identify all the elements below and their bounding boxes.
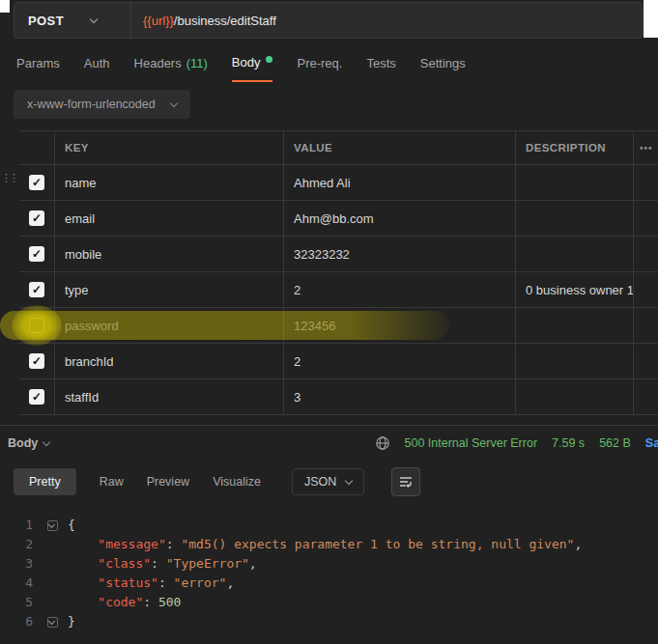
cell-more (633, 237, 658, 271)
view-tab-pretty[interactable]: Pretty (14, 468, 76, 495)
cell-key[interactable]: password (54, 308, 283, 343)
cell-more (633, 344, 658, 378)
code-text: { (62, 516, 75, 535)
tab-tests[interactable]: Tests (366, 55, 395, 82)
table-row: ✓emailAhm@bb.com (19, 201, 658, 237)
chevron-down-icon (345, 477, 353, 485)
cell-more (633, 308, 658, 343)
code-line: 3 "class": "TypeError", (0, 554, 658, 574)
table-row: ✓type20 business owner 1 ad (19, 272, 658, 308)
code-line: 2 "message": "md5() expects parameter 1 … (0, 535, 658, 554)
tab-body[interactable]: Body (232, 55, 273, 82)
tab-pre-req[interactable]: Pre-req. (297, 55, 342, 82)
format-label: JSON (304, 475, 336, 489)
url-variable: {{url}} (143, 14, 174, 28)
view-tab-raw[interactable]: Raw (100, 475, 124, 489)
format-selector[interactable]: JSON (292, 468, 364, 495)
response-time: 7.59 s (552, 436, 585, 450)
wrap-lines-button[interactable] (391, 467, 420, 496)
checkbox-cell: ✓ (19, 165, 54, 200)
row-checkbox-checked[interactable]: ✓ (29, 246, 44, 262)
table-row: ⋮⋮✓nameAhmed Ali (19, 165, 658, 201)
row-checkbox-checked[interactable]: ✓ (29, 175, 44, 190)
fold-gutter (46, 574, 62, 593)
cell-value[interactable]: 32323232 (283, 237, 515, 271)
network-globe-icon (375, 435, 390, 451)
chevron-down-icon (43, 437, 50, 445)
cell-more (633, 201, 658, 236)
table-row: ✓staffId3 (19, 379, 658, 415)
response-header: Body 500 Internal Server Error 7.59 s 56… (0, 425, 658, 460)
cell-value[interactable]: 3 (283, 379, 515, 414)
chevron-down-icon (169, 99, 177, 107)
row-checkbox-checked[interactable]: ✓ (29, 353, 44, 369)
column-options-icon[interactable]: ••• (633, 131, 658, 164)
status-badge: 500 Internal Server Error (405, 436, 538, 450)
cell-key[interactable]: type (54, 272, 283, 307)
tab-settings[interactable]: Settings (420, 55, 466, 82)
spacer (0, 415, 658, 425)
cell-value[interactable]: Ahm@bb.com (283, 201, 515, 236)
fold-toggle-icon[interactable] (46, 516, 62, 535)
tab-label: Tests (366, 56, 395, 70)
fold-toggle-icon[interactable] (46, 612, 62, 631)
cell-key[interactable]: email (54, 201, 283, 236)
cell-value[interactable]: Ahmed Ali (283, 165, 515, 200)
cell-key[interactable]: staffId (54, 379, 283, 414)
view-tab-visualize[interactable]: Visualize (213, 475, 261, 489)
url-input[interactable]: {{url}}/business/editStaff (131, 3, 642, 38)
tab-label: Body (232, 55, 261, 70)
tab-label: Settings (420, 56, 466, 70)
row-checkbox-unchecked[interactable] (29, 318, 44, 333)
tab-params[interactable]: Params (16, 55, 60, 82)
response-body-code: 1{2 "message": "md5() expects parameter … (0, 504, 658, 631)
header-checkbox-cell (19, 131, 54, 164)
view-tab-preview[interactable]: Preview (147, 475, 189, 489)
cell-key[interactable]: branchId (54, 344, 283, 378)
cell-description[interactable] (515, 344, 633, 378)
cell-description[interactable] (515, 308, 633, 343)
method-selector[interactable]: POST (14, 3, 130, 38)
cell-description[interactable] (515, 201, 633, 236)
tab-headers[interactable]: Headers(11) (134, 55, 208, 82)
row-checkbox-checked[interactable]: ✓ (29, 210, 44, 226)
cell-description[interactable] (515, 379, 633, 414)
cell-key[interactable]: mobile (54, 237, 283, 271)
tab-label: Params (16, 56, 60, 70)
wrap-lines-icon (398, 474, 414, 490)
drag-handle-icon[interactable]: ⋮⋮ (1, 174, 16, 182)
save-response-button[interactable]: Save (645, 436, 658, 450)
tab-auth[interactable]: Auth (84, 55, 110, 82)
response-body-dropdown[interactable]: Body (8, 436, 49, 450)
body-type-selector[interactable]: x-www-form-urlencoded (14, 90, 190, 119)
response-view-tabs: Pretty Raw Preview Visualize JSON (0, 460, 658, 504)
cell-description[interactable] (515, 165, 633, 200)
table-header-row: KEY VALUE DESCRIPTION ••• (19, 131, 658, 165)
method-label: POST (28, 14, 64, 28)
checkbox-cell (19, 308, 54, 343)
checkbox-cell: ✓ (19, 272, 54, 307)
cell-more (633, 165, 658, 200)
line-number: 3 (0, 554, 46, 574)
row-checkbox-checked[interactable]: ✓ (29, 389, 44, 405)
cell-value[interactable]: 123456 (283, 308, 515, 343)
code-line: 4 "status": "error", (0, 574, 658, 593)
cell-description[interactable]: 0 business owner 1 ad (515, 272, 633, 307)
table-row: password123456 (19, 308, 658, 344)
line-number: 6 (0, 612, 46, 631)
line-number: 2 (0, 535, 46, 554)
cell-key[interactable]: name (54, 165, 283, 200)
checkbox-cell: ✓ (19, 237, 54, 271)
cell-value[interactable]: 2 (283, 272, 515, 307)
params-table-body: ⋮⋮✓nameAhmed Ali✓emailAhm@bb.com✓mobile3… (19, 165, 658, 415)
row-checkbox-checked[interactable]: ✓ (29, 282, 44, 297)
chevron-down-icon (90, 15, 98, 23)
code-line: 6} (0, 612, 658, 631)
cell-more (633, 272, 658, 307)
checkbox-cell: ✓ (19, 201, 54, 236)
code-line: 1{ (0, 516, 658, 535)
line-number: 1 (0, 516, 46, 535)
column-header-value: VALUE (283, 131, 515, 164)
cell-description[interactable] (515, 237, 633, 271)
cell-value[interactable]: 2 (283, 344, 515, 378)
